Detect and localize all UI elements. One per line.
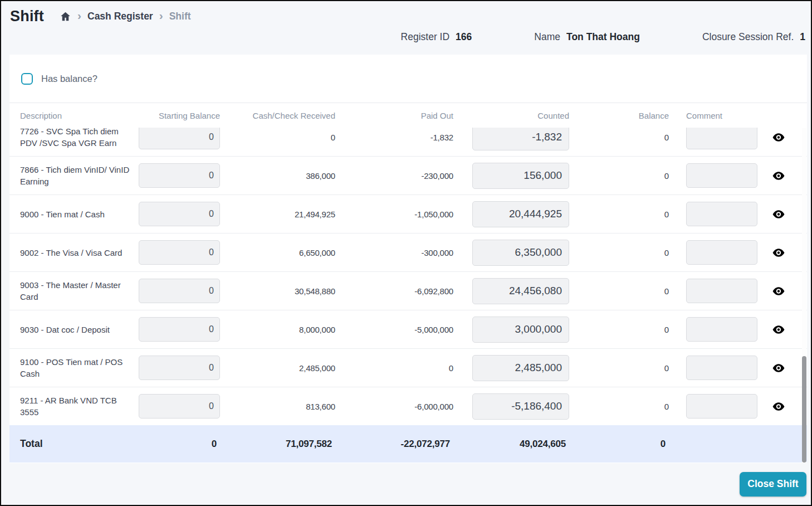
starting-balance-input[interactable] (139, 202, 220, 226)
eye-icon (772, 405, 785, 413)
table-row: 9000 - Tien mat / Cash 21,494,925 -1,050… (9, 195, 807, 233)
breadcrumb-separator: › (77, 9, 81, 23)
shift-card: Has balance? Description Starting Balanc… (9, 55, 807, 463)
starting-balance-input[interactable] (139, 240, 220, 265)
has-balance-label: Has balance? (41, 74, 97, 84)
table-row: 9002 - The Visa / Visa Card 6,650,000 -3… (9, 233, 807, 272)
col-comment: Comment (669, 111, 757, 120)
col-cash-check-received: Cash/Check Received (220, 111, 335, 120)
comment-input[interactable] (686, 128, 757, 149)
total-starting-balance: 0 (139, 439, 220, 450)
row-received: 30,548,880 (220, 286, 335, 296)
row-description: 9211 - AR Bank VND TCB 3555 (20, 395, 139, 418)
row-balance: 0 (569, 363, 669, 373)
row-balance: 0 (569, 133, 669, 142)
name-value: Ton That Hoang (566, 31, 640, 43)
counted-input[interactable] (472, 201, 569, 227)
col-starting-balance: Starting Balance (139, 111, 220, 120)
close-shift-button[interactable]: Close Shift (740, 472, 806, 497)
table-row: 9030 - Dat coc / Deposit 8,000,000 -5,00… (9, 310, 807, 349)
comment-input[interactable] (686, 202, 757, 226)
starting-balance-input[interactable] (139, 394, 220, 419)
row-description: 9030 - Dat coc / Deposit (20, 324, 139, 335)
total-balance: 0 (569, 439, 669, 450)
row-received: 0 (220, 133, 335, 142)
row-received: 2,485,000 (220, 363, 335, 373)
top-bar: Shift › Cash Register › Shift (1, 1, 811, 31)
counted-input[interactable] (472, 355, 569, 381)
vertical-scrollbar[interactable] (802, 128, 806, 463)
row-balance: 0 (569, 248, 669, 257)
row-received: 386,000 (220, 171, 335, 181)
home-icon[interactable] (60, 11, 71, 22)
breadcrumb-separator: › (159, 9, 163, 23)
table-row: 7726 - SVC Spa Tich diem PDV /SVC Spa VG… (9, 128, 807, 157)
page-title: Shift (10, 8, 44, 25)
counted-input[interactable] (472, 163, 569, 189)
row-paid-out: -1,832 (335, 133, 453, 142)
row-balance: 0 (569, 286, 669, 296)
starting-balance-input[interactable] (139, 128, 220, 149)
row-paid-out: -230,000 (335, 171, 453, 181)
view-details-button[interactable] (771, 247, 786, 259)
session-info-row: Register ID 166 Name Ton That Hoang Clos… (1, 31, 811, 55)
starting-balance-input[interactable] (139, 317, 220, 342)
row-description: 9000 - Tien mat / Cash (20, 208, 139, 220)
col-description: Description (20, 111, 139, 120)
counted-input[interactable] (472, 317, 569, 343)
row-description: 7726 - SVC Spa Tich diem PDV /SVC Spa VG… (20, 128, 139, 149)
eye-icon (772, 251, 785, 259)
footer-bar: Close Shift (1, 463, 811, 505)
table-row: 7866 - Tich diem VinID/ VinID Earning 38… (9, 157, 807, 195)
total-row: Total 0 71,097,582 -22,072,977 49,024,60… (9, 425, 807, 463)
starting-balance-input[interactable] (139, 163, 220, 188)
row-paid-out: -1,050,000 (335, 210, 453, 219)
eye-icon (772, 328, 785, 336)
comment-input[interactable] (686, 317, 757, 342)
counted-input[interactable] (472, 240, 569, 266)
comment-input[interactable] (686, 356, 757, 380)
breadcrumb-shift: Shift (169, 11, 191, 22)
row-received: 813,600 (220, 402, 335, 411)
register-id-group: Register ID 166 (401, 31, 472, 43)
comment-input[interactable] (686, 279, 757, 303)
scrollbar-thumb[interactable] (802, 356, 806, 463)
eye-icon (772, 212, 785, 221)
comment-input[interactable] (686, 394, 757, 419)
row-balance: 0 (569, 402, 669, 411)
row-description: 9003 - The Master / Master Card (20, 279, 139, 303)
view-details-button[interactable] (771, 132, 786, 143)
breadcrumb-cash-register[interactable]: Cash Register (87, 11, 153, 22)
eye-icon (772, 135, 785, 144)
row-received: 21,494,925 (220, 210, 335, 219)
col-counted: Counted (453, 111, 569, 120)
view-details-button[interactable] (771, 170, 786, 182)
starting-balance-input[interactable] (139, 279, 220, 303)
eye-icon (772, 366, 785, 374)
table-body: 7726 - SVC Spa Tich diem PDV /SVC Spa VG… (9, 128, 807, 425)
view-details-button[interactable] (771, 401, 786, 412)
counted-input[interactable] (472, 393, 569, 420)
total-received: 71,097,582 (220, 439, 335, 450)
row-balance: 0 (569, 210, 669, 219)
name-group: Name Ton That Hoang (534, 31, 640, 43)
row-balance: 0 (569, 325, 669, 334)
counted-input[interactable] (472, 128, 569, 150)
comment-input[interactable] (686, 240, 757, 265)
row-paid-out: -6,000,000 (335, 402, 453, 411)
eye-icon (772, 289, 785, 298)
view-details-button[interactable] (771, 208, 786, 220)
row-paid-out: -300,000 (335, 248, 453, 257)
view-details-button[interactable] (771, 362, 786, 374)
total-paid-out: -22,072,977 (335, 439, 453, 450)
view-details-button[interactable] (771, 324, 786, 335)
comment-input[interactable] (686, 163, 757, 188)
closure-session-value: 1 (800, 31, 805, 43)
total-counted: 49,024,605 (453, 439, 569, 450)
total-label: Total (20, 438, 139, 450)
view-details-button[interactable] (771, 285, 786, 297)
counted-input[interactable] (472, 278, 569, 304)
has-balance-checkbox[interactable] (21, 73, 33, 85)
starting-balance-input[interactable] (139, 356, 220, 380)
name-label: Name (534, 31, 560, 43)
